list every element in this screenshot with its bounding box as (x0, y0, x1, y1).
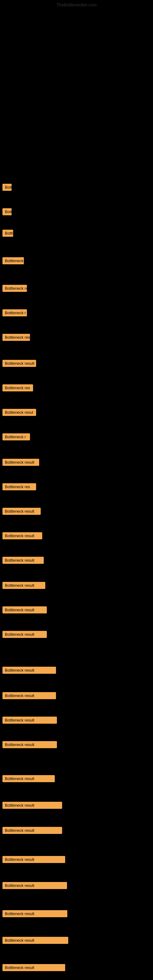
bottleneck-result-item[interactable]: Bottleneck result (2, 964, 65, 971)
bottleneck-result-item[interactable]: Bottleneck re (2, 285, 27, 292)
bottleneck-result-item[interactable]: Bottleneck res (2, 334, 30, 341)
bottleneck-result-item[interactable]: Bottleneck result (2, 937, 68, 944)
bottleneck-result-item[interactable]: Bottleneck result (2, 882, 67, 889)
site-title: TheBottlenecker.com (56, 2, 97, 7)
bottleneck-result-item[interactable]: Bottleneck r (2, 309, 27, 317)
bottleneck-result-item[interactable]: Bottleneck result (2, 208, 12, 215)
bottleneck-result-item[interactable]: Bottleneck result (2, 802, 62, 809)
bottleneck-result-item[interactable]: Bottleneck result (2, 184, 12, 191)
bottleneck-result-item[interactable]: Bottleneck result (2, 717, 57, 724)
bottleneck-result-item[interactable]: Bottleneck result (2, 508, 41, 515)
bottleneck-result-item[interactable]: Bottleneck result (2, 459, 39, 466)
bottleneck-result-item[interactable]: Bottleneck result (2, 692, 56, 699)
bottleneck-result-item[interactable]: Bottleneck r (2, 257, 24, 264)
bottleneck-result-item[interactable]: Bottleneck resul (2, 409, 36, 416)
bottleneck-result-item[interactable]: Bottleneck result (2, 230, 13, 237)
bottleneck-result-item[interactable]: Bottleneck result (2, 631, 47, 638)
bottleneck-result-item[interactable]: Bottleneck result (2, 606, 47, 613)
bottleneck-result-item[interactable]: Bottleneck result (2, 557, 44, 564)
bottleneck-result-item[interactable]: Bottleneck r (2, 433, 30, 441)
bottleneck-result-item[interactable]: Bottleneck result (2, 775, 55, 782)
bottleneck-result-item[interactable]: Bottleneck res (2, 483, 36, 490)
bottleneck-result-item[interactable]: Bottleneck result (2, 910, 67, 917)
bottleneck-result-item[interactable]: Bottleneck result (2, 532, 42, 539)
bottleneck-result-item[interactable]: Bottleneck result (2, 827, 62, 834)
bottleneck-result-item[interactable]: Bottleneck result (2, 856, 65, 863)
bottleneck-result-item[interactable]: Bottleneck result (2, 741, 57, 748)
bottleneck-result-item[interactable]: Bottleneck res (2, 384, 33, 391)
bottleneck-result-item[interactable]: Bottleneck result (2, 667, 56, 674)
bottleneck-result-item[interactable]: Bottleneck result (2, 360, 36, 367)
bottleneck-result-item[interactable]: Bottleneck result (2, 582, 45, 589)
